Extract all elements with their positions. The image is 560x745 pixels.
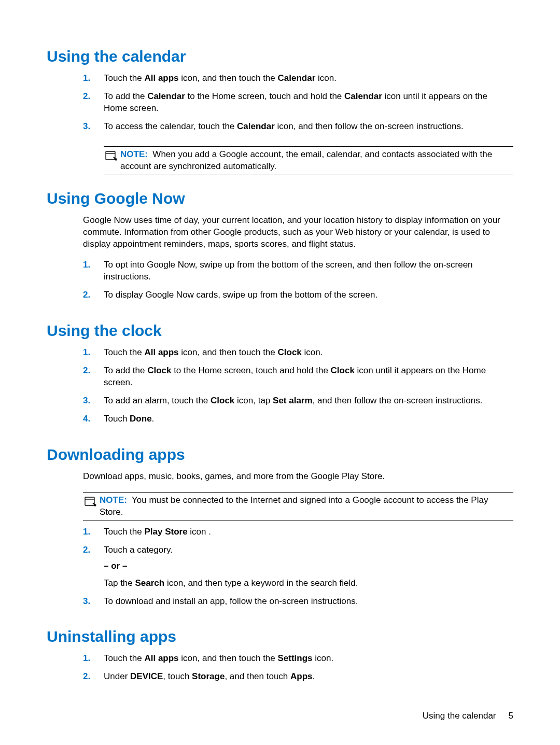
uninstall-steps: Touch the All apps icon, and then touch …: [83, 653, 513, 689]
text: icon.: [302, 347, 323, 357]
note-body: NOTE: When you add a Google account, the…: [120, 149, 513, 173]
bold: All apps: [144, 73, 178, 83]
list-item: Touch the All apps icon, and then touch …: [83, 653, 513, 671]
note-icon: [104, 149, 118, 162]
calendar-steps: Touch the All apps icon, and then touch …: [83, 73, 513, 139]
bold: Calendar: [278, 73, 316, 83]
svg-rect-0: [106, 151, 115, 160]
svg-rect-2: [85, 497, 94, 505]
footer-page-number: 5: [509, 711, 513, 721]
text: Touch the: [104, 527, 144, 537]
bold: All apps: [144, 653, 178, 663]
bold: DEVICE: [130, 671, 163, 681]
clock-steps: Touch the All apps icon, and then touch …: [83, 347, 513, 431]
text: To add an alarm, touch the: [104, 396, 211, 405]
heading-download: Downloading apps: [47, 446, 513, 463]
text: icon, tap: [234, 396, 273, 405]
google-now-intro: Google Now uses time of day, your curren…: [83, 215, 513, 250]
list-item: To opt into Google Now, swipe up from th…: [83, 259, 513, 289]
google-now-steps: To opt into Google Now, swipe up from th…: [83, 259, 513, 307]
bold: Search: [135, 578, 165, 588]
bold: Calendar: [344, 91, 382, 101]
bold: Clock: [147, 366, 171, 375]
heading-uninstall: Uninstalling apps: [47, 628, 513, 645]
bold: Clock: [211, 396, 234, 405]
note-label: NOTE:: [120, 149, 148, 159]
list-item: To add an alarm, touch the Clock icon, t…: [83, 395, 513, 413]
text: .: [313, 671, 315, 681]
text: To add the: [104, 366, 147, 375]
text: icon, and then touch the: [179, 347, 278, 357]
list-item: To add the Clock to the Home screen, tou…: [83, 365, 513, 395]
bold: Play Store: [144, 527, 187, 537]
bold: Clock: [331, 366, 355, 375]
text: icon .: [188, 527, 211, 537]
heading-clock: Using the clock: [47, 322, 513, 340]
text: Touch the: [104, 347, 144, 357]
bold: Calendar: [237, 121, 275, 131]
text: Touch a category.: [104, 544, 513, 556]
list-item: To download and install an app, follow t…: [83, 596, 513, 614]
text: Tap the: [104, 578, 135, 588]
text: Touch the: [104, 653, 144, 663]
note-calendar: NOTE: When you add a Google account, the…: [104, 146, 513, 175]
document-page: Using the calendar Touch the All apps ic…: [0, 0, 560, 745]
text: icon, and then follow the on-screen inst…: [275, 121, 464, 131]
text: icon, and then touch the: [179, 73, 278, 83]
list-item: Touch the All apps icon, and then touch …: [83, 347, 513, 365]
sub-step: Tap the Search icon, and then type a key…: [104, 578, 513, 589]
note-body: NOTE: You must be connected to the Inter…: [100, 495, 513, 518]
or-separator: – or –: [104, 560, 513, 572]
text: , touch: [163, 671, 192, 681]
bold: Apps: [290, 671, 313, 681]
bold: Set alarm: [273, 396, 313, 405]
text: icon, and then type a keyword in the sea…: [164, 578, 358, 588]
list-item: To access the calendar, touch the Calend…: [83, 121, 513, 139]
note-icon: [83, 495, 97, 508]
text: icon.: [313, 653, 334, 663]
page-footer: Using the calendar 5: [423, 711, 513, 721]
text: .: [152, 414, 155, 424]
list-item: Under DEVICE, touch Storage, and then to…: [83, 671, 513, 689]
text: to the Home screen, touch and hold the: [185, 91, 344, 101]
footer-title: Using the calendar: [423, 711, 496, 721]
text: icon.: [315, 73, 337, 83]
bold: Clock: [278, 347, 302, 357]
list-item: To display Google Now cards, swipe up fr…: [83, 289, 513, 307]
list-item: Touch the Play Store icon .: [83, 526, 513, 544]
bold: Calendar: [147, 91, 185, 101]
list-item: Touch Done.: [83, 413, 513, 431]
bold: Done: [130, 414, 152, 424]
text: Touch the: [104, 73, 144, 83]
text: To access the calendar, touch the: [104, 121, 237, 131]
note-label: NOTE:: [100, 495, 127, 505]
bold: All apps: [144, 347, 178, 357]
list-item: Touch a category. – or – Tap the Search …: [83, 544, 513, 596]
heading-calendar: Using the calendar: [47, 48, 513, 65]
text: Touch: [104, 414, 130, 424]
note-text: When you add a Google account, the email…: [120, 149, 492, 171]
text: , and then touch: [225, 671, 290, 681]
note-text: You must be connected to the Internet an…: [100, 495, 488, 517]
text: To add the: [104, 91, 147, 101]
list-item: Touch the All apps icon, and then touch …: [83, 73, 513, 91]
text: icon, and then touch the: [179, 653, 278, 663]
text: Under: [104, 671, 130, 681]
text: to the Home screen, touch and hold the: [171, 366, 330, 375]
download-steps: Touch the Play Store icon . Touch a cate…: [83, 526, 513, 614]
bold: Settings: [278, 653, 313, 663]
download-intro: Download apps, music, books, games, and …: [83, 471, 513, 483]
bold: Storage: [192, 671, 225, 681]
text: , and then follow the on-screen instruct…: [313, 396, 483, 405]
list-item: To add the Calendar to the Home screen, …: [83, 91, 513, 121]
note-download: NOTE: You must be connected to the Inter…: [83, 492, 513, 521]
heading-google-now: Using Google Now: [47, 190, 513, 207]
